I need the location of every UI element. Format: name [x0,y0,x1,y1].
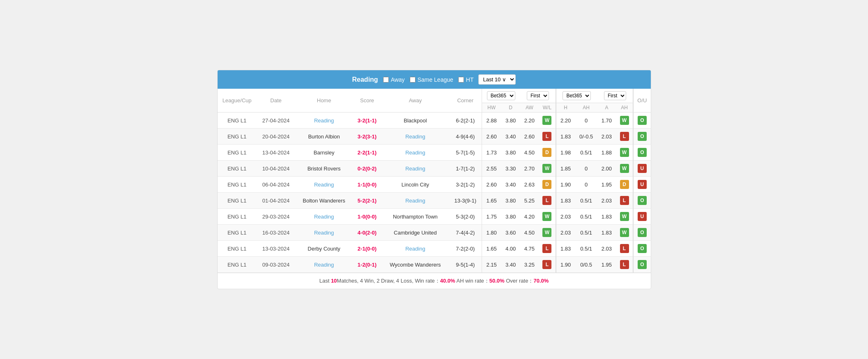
th-first-2[interactable]: First [597,89,633,103]
footer-suffix: Matches, 4 Win, 2 Draw, 4 Loss, Win rate… [337,278,440,284]
away-checkbox[interactable] [383,77,389,83]
away-team: Lincoln City [381,177,449,193]
result-badge: W [620,212,629,221]
away-team[interactable]: Reading [381,193,449,209]
score-value: 2-2(1-1) [358,150,377,156]
footer-count: 10 [331,278,337,284]
score-value: 1-1(0-0) [358,182,377,188]
table-row: ENG L129-03-2024Reading1-0(0-0)Northampt… [218,209,651,225]
bet365-select-2[interactable]: Bet365 [563,91,591,100]
first-select-2[interactable]: First [604,91,626,100]
th-bet365-1[interactable]: Bet365 [482,89,520,103]
result-badge: W [620,228,629,237]
result-badge: W [542,164,551,173]
result-badge: W [542,212,551,221]
away-team[interactable]: Reading [381,161,449,177]
result-badge: D [542,148,551,157]
th-a: A [597,103,616,113]
away-team-link[interactable]: Reading [405,133,425,140]
away-team[interactable]: Reading [381,241,449,257]
score-value: 2-1(0-0) [358,246,377,252]
footer-win-rate: 40.0% [440,278,455,284]
footer-prefix: Last [319,278,331,284]
score-value: 5-2(2-1) [358,198,377,204]
header-bar: Reading Away Same League HT Last 10 ∨ La… [218,70,651,89]
table-body: ENG L127-04-2024Reading3-2(1-1)Blackpool… [218,113,651,273]
home-team[interactable]: Reading [295,209,352,225]
last-select[interactable]: Last 10 ∨ Last 5 Last 20 [478,74,516,85]
result-badge: W [620,164,629,173]
result-badge: L [620,196,629,205]
home-team: Burton Albion [295,129,352,145]
result-badge: O [638,228,647,237]
result-badge: O [638,148,647,157]
th-hw: HW [482,103,501,113]
away-team-link[interactable]: Reading [405,150,425,156]
th-date: Date [257,89,296,113]
th-league: League/Cup [218,89,257,113]
result-badge: W [620,116,629,125]
table-row: ENG L127-04-2024Reading3-2(1-1)Blackpool… [218,113,651,129]
home-team[interactable]: Reading [295,177,352,193]
result-badge: L [542,244,551,253]
col-header-row1: League/Cup Date Home Score Away Corner B… [218,89,651,103]
table-row: ENG L109-03-2024Reading1-2(0-1)Wycombe W… [218,257,651,273]
home-team[interactable]: Reading [295,225,352,241]
th-wl: W/L [539,103,556,113]
result-badge: W [542,116,551,125]
away-team: Northampton Town [381,209,449,225]
ht-option[interactable]: HT [458,76,474,83]
away-team: Cambridge United [381,225,449,241]
score-value: 1-2(0-1) [358,262,377,268]
home-team[interactable]: Reading [295,113,352,129]
score-value: 1-0(0-0) [358,214,377,220]
table-row: ENG L106-04-2024Reading1-1(0-0)Lincoln C… [218,177,651,193]
first-select-1[interactable]: First [527,91,549,100]
away-team-link[interactable]: Reading [405,246,425,252]
result-badge: W [620,148,629,157]
th-aw: AW [520,103,539,113]
away-team[interactable]: Reading [381,145,449,161]
away-team-link[interactable]: Reading [405,198,425,204]
home-team-link[interactable]: Reading [314,262,334,268]
ht-checkbox[interactable] [458,77,464,83]
home-team-link[interactable]: Reading [314,230,334,236]
result-badge: U [638,164,647,173]
bet365-select-1[interactable]: Bet365 [487,91,515,100]
home-team: Derby County [295,241,352,257]
footer-over-rate: 70.0% [533,278,549,284]
home-team[interactable]: Reading [295,257,352,273]
home-team-link[interactable]: Reading [314,117,334,124]
result-badge: W [542,228,551,237]
same-league-option[interactable]: Same League [410,76,453,83]
home-team: Bolton Wanderers [295,193,352,209]
result-badge: O [638,116,647,125]
result-badge: L [542,260,551,269]
result-badge: L [542,132,551,141]
result-badge: L [620,244,629,253]
away-team[interactable]: Reading [381,129,449,145]
away-team-link[interactable]: Reading [405,166,425,172]
th-h: H [556,103,575,113]
footer-ah-prefix: AH win rate： [455,278,489,284]
home-team: Bristol Rovers [295,161,352,177]
th-home: Home [295,89,352,113]
table-row: ENG L116-03-2024Reading4-0(2-0)Cambridge… [218,225,651,241]
result-badge: O [638,260,647,269]
result-badge: L [542,196,551,205]
result-badge: D [542,180,551,189]
score-value: 0-2(0-2) [358,166,377,172]
away-option[interactable]: Away [383,76,405,83]
th-first-1[interactable]: First [520,89,556,103]
th-bet365-2[interactable]: Bet365 [556,89,597,103]
th-score: Score [353,89,381,113]
home-team-link[interactable]: Reading [314,182,334,188]
th-d: D [501,103,520,113]
matches-table: League/Cup Date Home Score Away Corner B… [218,89,651,273]
same-league-checkbox[interactable] [410,77,416,83]
home-team-link[interactable]: Reading [314,214,334,220]
th-corner: Corner [449,89,482,113]
result-badge: O [638,132,647,141]
team-title: Reading [352,76,378,83]
table-row: ENG L101-04-2024Bolton Wanderers5-2(2-1)… [218,193,651,209]
